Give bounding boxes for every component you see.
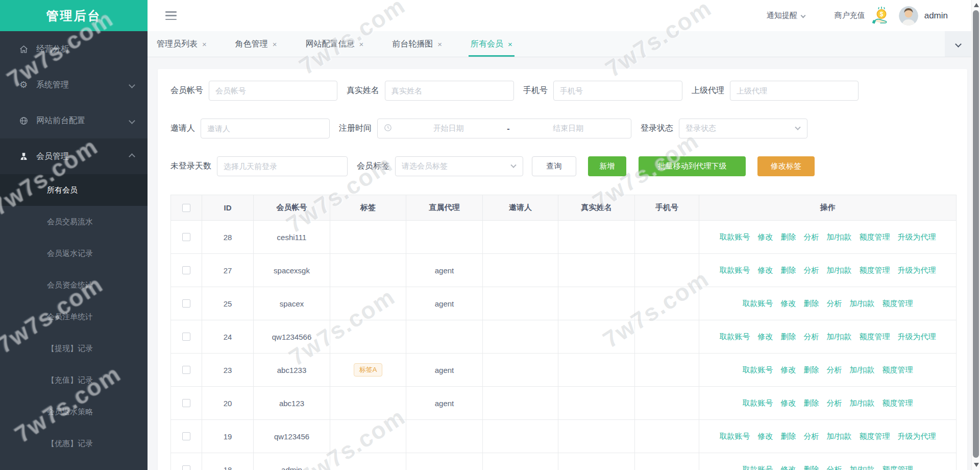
action-link[interactable]: 取款账号 bbox=[742, 365, 773, 375]
action-link[interactable]: 修改 bbox=[780, 299, 796, 309]
action-link[interactable]: 修改 bbox=[757, 266, 773, 275]
action-link[interactable]: 加/扣款 bbox=[826, 266, 851, 275]
tab-carousel[interactable]: 前台轮播图 × bbox=[392, 31, 442, 57]
action-link[interactable]: 取款账号 bbox=[719, 266, 750, 275]
hamburger-menu-icon[interactable] bbox=[165, 11, 177, 20]
tab-site-config[interactable]: 网站配置信息 × bbox=[306, 31, 364, 57]
close-icon[interactable]: × bbox=[508, 40, 512, 49]
action-link[interactable]: 删除 bbox=[780, 432, 796, 441]
action-link[interactable]: 删除 bbox=[780, 266, 796, 275]
action-link[interactable]: 加/扣款 bbox=[849, 465, 874, 470]
row-checkbox[interactable] bbox=[182, 366, 190, 374]
action-link[interactable]: 升级为代理 bbox=[898, 266, 936, 275]
sidebar-subitem-bet-stats[interactable]: 会员注单统计 bbox=[0, 301, 148, 333]
sidebar-item-business-analysis[interactable]: 经营分析 bbox=[0, 31, 148, 67]
action-link[interactable]: 加/扣款 bbox=[849, 398, 874, 408]
action-link[interactable]: 删除 bbox=[803, 465, 819, 470]
action-link[interactable]: 修改 bbox=[757, 432, 773, 441]
batch-move-to-agent-button[interactable]: 批量移动到代理下级 bbox=[639, 156, 746, 176]
action-link[interactable]: 删除 bbox=[780, 332, 796, 342]
row-checkbox[interactable] bbox=[182, 299, 190, 308]
action-link[interactable]: 删除 bbox=[780, 232, 796, 242]
action-link[interactable]: 取款账号 bbox=[742, 299, 773, 309]
merchant-recharge-link[interactable]: 商户充值 bbox=[835, 11, 865, 20]
notifications-dropdown[interactable]: 通知提醒 bbox=[767, 11, 805, 20]
sidebar-subitem-recharge-records[interactable]: 【充值】记录 bbox=[0, 364, 148, 396]
action-link[interactable]: 修改 bbox=[780, 398, 796, 408]
action-link[interactable]: 取款账号 bbox=[742, 398, 773, 408]
action-link[interactable]: 加/扣款 bbox=[849, 299, 874, 309]
action-link[interactable]: 额度管理 bbox=[860, 266, 890, 275]
action-link[interactable]: 额度管理 bbox=[883, 465, 913, 470]
action-link[interactable]: 分析 bbox=[826, 365, 842, 375]
sidebar-subitem-funds-stats[interactable]: 会员资金统计 bbox=[0, 269, 148, 301]
action-link[interactable]: 分析 bbox=[803, 232, 819, 242]
member-tag-select[interactable]: 请选会员标签 bbox=[395, 156, 523, 176]
coin-hand-icon[interactable]: $ bbox=[872, 6, 891, 26]
login-status-select[interactable]: 登录状态 bbox=[679, 119, 807, 138]
register-time-range-picker[interactable]: 开始日期 - 结束日期 bbox=[377, 119, 631, 138]
action-link[interactable]: 修改 bbox=[780, 465, 796, 470]
action-link[interactable]: 修改 bbox=[757, 332, 773, 342]
scroll-up-arrow[interactable] bbox=[974, 3, 979, 7]
action-link[interactable]: 加/扣款 bbox=[826, 432, 851, 441]
action-link[interactable]: 额度管理 bbox=[883, 299, 913, 309]
close-icon[interactable]: × bbox=[273, 40, 277, 49]
action-link[interactable]: 分析 bbox=[826, 398, 842, 408]
inviter-input[interactable] bbox=[201, 119, 330, 138]
row-checkbox[interactable] bbox=[182, 399, 190, 407]
action-link[interactable]: 修改 bbox=[757, 232, 773, 242]
row-checkbox[interactable] bbox=[182, 465, 190, 470]
close-icon[interactable]: × bbox=[359, 40, 364, 49]
scroll-down-arrow[interactable] bbox=[974, 463, 979, 467]
username-label[interactable]: admin bbox=[924, 11, 948, 21]
sidebar-subitem-rebate-strategy[interactable]: 会员返水策略 bbox=[0, 396, 148, 428]
select-all-checkbox[interactable] bbox=[182, 204, 190, 212]
action-link[interactable]: 额度管理 bbox=[860, 232, 890, 242]
add-member-button[interactable]: 新增 bbox=[588, 156, 626, 176]
tab-admin-list[interactable]: 管理员列表 × bbox=[157, 31, 207, 57]
action-link[interactable]: 额度管理 bbox=[860, 432, 890, 441]
phone-input[interactable] bbox=[553, 81, 682, 101]
days-not-logged-in-input[interactable] bbox=[217, 156, 348, 176]
sidebar-subitem-rebate-records[interactable]: 会员返水记录 bbox=[0, 238, 148, 269]
action-link[interactable]: 删除 bbox=[803, 398, 819, 408]
action-link[interactable]: 取款账号 bbox=[719, 232, 750, 242]
scrollbar-thumb[interactable] bbox=[973, 10, 979, 458]
action-link[interactable]: 额度管理 bbox=[883, 398, 913, 408]
action-link[interactable]: 分析 bbox=[826, 299, 842, 309]
action-link[interactable]: 升级为代理 bbox=[898, 332, 936, 342]
sidebar-subitem-all-members[interactable]: 所有会员 bbox=[0, 174, 148, 206]
action-link[interactable]: 分析 bbox=[826, 465, 842, 470]
action-link[interactable]: 加/扣款 bbox=[849, 365, 874, 375]
action-link[interactable]: 删除 bbox=[803, 365, 819, 375]
sidebar-item-system-management[interactable]: ⚙ 系统管理 bbox=[0, 67, 148, 103]
member-account-input[interactable] bbox=[209, 81, 337, 101]
edit-tag-button[interactable]: 修改标签 bbox=[757, 156, 815, 176]
user-avatar[interactable] bbox=[899, 6, 918, 26]
action-link[interactable]: 取款账号 bbox=[719, 432, 750, 441]
action-link[interactable]: 升级为代理 bbox=[898, 232, 936, 242]
row-checkbox[interactable] bbox=[182, 333, 190, 341]
sidebar-subitem-withdraw-records[interactable]: 【提现】记录 bbox=[0, 333, 148, 364]
tab-all-members[interactable]: 所有会员 × bbox=[471, 31, 512, 57]
action-link[interactable]: 升级为代理 bbox=[898, 432, 936, 441]
row-checkbox[interactable] bbox=[182, 266, 190, 274]
search-button[interactable]: 查询 bbox=[532, 156, 576, 176]
row-checkbox[interactable] bbox=[182, 233, 190, 241]
action-link[interactable]: 分析 bbox=[803, 332, 819, 342]
sidebar-subitem-promo-records[interactable]: 【优惠】记录 bbox=[0, 428, 148, 459]
action-link[interactable]: 取款账号 bbox=[719, 332, 750, 342]
close-icon[interactable]: × bbox=[202, 40, 207, 49]
row-checkbox[interactable] bbox=[182, 432, 190, 440]
sidebar-item-member-management[interactable]: 会员管理 bbox=[0, 138, 148, 174]
sidebar-subitem-transaction-flow[interactable]: 会员交易流水 bbox=[0, 206, 148, 238]
action-link[interactable]: 分析 bbox=[803, 266, 819, 275]
action-link[interactable]: 加/扣款 bbox=[826, 232, 851, 242]
tab-role-management[interactable]: 角色管理 × bbox=[235, 31, 277, 57]
sidebar-item-site-frontend-config[interactable]: 网站前台配置 bbox=[0, 103, 148, 138]
close-icon[interactable]: × bbox=[437, 40, 442, 49]
action-link[interactable]: 修改 bbox=[780, 365, 796, 375]
parent-agent-input[interactable] bbox=[730, 81, 859, 101]
real-name-input[interactable] bbox=[385, 81, 514, 101]
